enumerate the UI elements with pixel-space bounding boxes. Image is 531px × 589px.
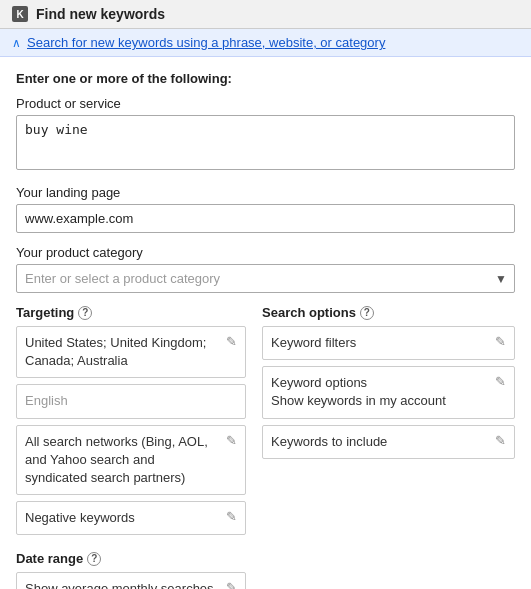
landing-page-input[interactable] [16, 204, 515, 233]
main-content: Enter one or more of the following: Prod… [0, 57, 531, 589]
header-bar: K Find new keywords [0, 0, 531, 29]
search-options-header: Search options ? [262, 305, 515, 320]
targeting-help-icon[interactable]: ? [78, 306, 92, 320]
product-service-input[interactable]: buy wine [16, 115, 515, 170]
targeting-networks-text: All search networks (Bing, AOL, and Yaho… [25, 433, 220, 488]
keyword-filters-text: Keyword filters [271, 334, 489, 352]
product-category-select[interactable]: Enter or select a product category [16, 264, 515, 293]
search-options-title: Search options [262, 305, 356, 320]
landing-page-group: Your landing page [16, 185, 515, 233]
enter-label: Enter one or more of the following: [16, 71, 515, 86]
keywords-include-text: Keywords to include [271, 433, 489, 451]
edit-keyword-filters-icon[interactable]: ✎ [495, 334, 506, 349]
edit-networks-icon[interactable]: ✎ [226, 433, 237, 448]
product-category-wrapper: Enter or select a product category ▼ [16, 264, 515, 293]
edit-keywords-include-icon[interactable]: ✎ [495, 433, 506, 448]
date-range-box[interactable]: Show average monthly searches for: Last … [16, 572, 246, 589]
date-range-text: Show average monthly searches for: Last … [25, 580, 220, 589]
edit-countries-icon[interactable]: ✎ [226, 334, 237, 349]
date-range-header: Date range ? [16, 551, 515, 566]
targeting-countries-box[interactable]: United States; United Kingdom; Canada; A… [16, 326, 246, 378]
header-icon: K [12, 6, 28, 22]
edit-date-range-icon[interactable]: ✎ [226, 580, 237, 589]
product-category-group: Your product category Enter or select a … [16, 245, 515, 293]
keywords-include-box[interactable]: Keywords to include ✎ [262, 425, 515, 459]
search-options-section: Search options ? Keyword filters ✎ Keywo… [262, 305, 515, 541]
search-options-help-icon[interactable]: ? [360, 306, 374, 320]
targeting-networks-box[interactable]: All search networks (Bing, AOL, and Yaho… [16, 425, 246, 496]
targeting-title: Targeting [16, 305, 74, 320]
targeting-language-box: English [16, 384, 246, 418]
keyword-options-box[interactable]: Keyword optionsShow keywords in my accou… [262, 366, 515, 418]
targeting-header: Targeting ? [16, 305, 246, 320]
section-link-bar: ∧ Search for new keywords using a phrase… [0, 29, 531, 57]
landing-page-label: Your landing page [16, 185, 515, 200]
targeting-section: Targeting ? United States; United Kingdo… [16, 305, 246, 541]
edit-negative-keywords-icon[interactable]: ✎ [226, 509, 237, 524]
targeting-language-text: English [25, 392, 237, 410]
chevron-up-icon: ∧ [12, 36, 21, 50]
targeting-negative-keywords-box[interactable]: Negative keywords ✎ [16, 501, 246, 535]
keyword-filters-box[interactable]: Keyword filters ✎ [262, 326, 515, 360]
keyword-options-text: Keyword optionsShow keywords in my accou… [271, 374, 489, 410]
targeting-countries-text: United States; United Kingdom; Canada; A… [25, 334, 220, 370]
page-title: Find new keywords [36, 6, 165, 22]
edit-keyword-options-icon[interactable]: ✎ [495, 374, 506, 389]
product-service-group: Product or service buy wine [16, 96, 515, 173]
two-col-section: Targeting ? United States; United Kingdo… [16, 305, 515, 541]
product-service-label: Product or service [16, 96, 515, 111]
targeting-negative-keywords-text: Negative keywords [25, 509, 220, 527]
section-link[interactable]: Search for new keywords using a phrase, … [27, 35, 385, 50]
date-range-title: Date range [16, 551, 83, 566]
date-range-help-icon[interactable]: ? [87, 552, 101, 566]
product-category-label: Your product category [16, 245, 515, 260]
